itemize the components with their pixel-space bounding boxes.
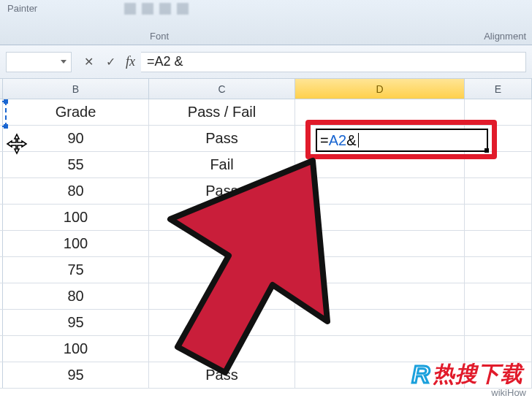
border-icon[interactable] xyxy=(177,3,189,15)
cell-D1[interactable] xyxy=(295,99,465,125)
cell-B11[interactable]: 95 xyxy=(3,362,149,388)
confirm-formula-button[interactable]: ✓ xyxy=(99,52,121,72)
cell-B2[interactable]: 90 xyxy=(3,126,149,151)
chevron-down-icon[interactable] xyxy=(61,60,66,64)
cell-B6[interactable]: 100 xyxy=(3,231,149,256)
underline-icon[interactable] xyxy=(159,3,171,15)
cell-C7[interactable] xyxy=(149,257,295,283)
cell-B9[interactable]: 95 xyxy=(3,310,149,335)
editing-cell-D2[interactable]: =A2 & xyxy=(316,129,488,152)
cell-C1[interactable]: Pass / Fail xyxy=(149,99,295,125)
watermark-wikihow: wikiHow xyxy=(491,387,526,398)
cell-C9[interactable]: Pas xyxy=(149,310,295,335)
ribbon: Painter Font Alignment xyxy=(0,0,532,45)
column-header-E[interactable]: E xyxy=(465,79,532,99)
cell-E1[interactable] xyxy=(465,99,532,125)
italic-icon[interactable] xyxy=(142,3,153,15)
fx-icon[interactable]: fx xyxy=(126,54,135,69)
fill-handle[interactable] xyxy=(484,148,489,153)
format-painter-label: Painter xyxy=(7,3,37,14)
cell-C4[interactable]: Pass xyxy=(149,178,295,204)
cell-B10[interactable]: 100 xyxy=(3,336,149,362)
cell-C3[interactable]: Fail xyxy=(149,152,295,177)
cell-C5[interactable] xyxy=(149,205,295,230)
cell-B1[interactable]: Grade xyxy=(3,99,149,125)
cell-C10[interactable]: Pass xyxy=(149,336,295,362)
ribbon-group-font-label: Font xyxy=(86,31,232,42)
cell-reference: A2 xyxy=(329,132,346,149)
cell-B5[interactable]: 100 xyxy=(3,205,149,230)
cell-B8[interactable]: 80 xyxy=(3,283,149,309)
cell-C2[interactable]: Pass xyxy=(149,126,295,151)
formula-input[interactable]: =A2 & xyxy=(141,52,526,72)
column-header-B[interactable]: B xyxy=(3,79,149,99)
cell-C8[interactable] xyxy=(149,283,295,309)
cell-B3[interactable]: 55 xyxy=(3,152,149,177)
column-header-D[interactable]: D xyxy=(295,79,465,99)
cancel-formula-button[interactable]: ✕ xyxy=(77,52,99,72)
cell-C6[interactable] xyxy=(149,231,295,256)
cell-B7[interactable]: 75 xyxy=(3,257,149,283)
column-headers: B C D E xyxy=(0,79,532,99)
name-box[interactable] xyxy=(6,52,72,72)
column-header-C[interactable]: C xyxy=(149,79,295,99)
cell-C11[interactable]: Pass xyxy=(149,362,295,388)
ribbon-group-alignment-label: Alignment xyxy=(484,31,526,42)
bold-icon[interactable] xyxy=(124,3,136,15)
formula-bar: ✕ ✓ fx =A2 & xyxy=(0,45,532,79)
ribbon-toolbar xyxy=(124,3,189,15)
row-header: Grade Pass / Fail xyxy=(0,99,532,126)
cell-B4[interactable]: 80 xyxy=(3,178,149,204)
spreadsheet-grid[interactable]: B C D E Grade Pass / Fail 90Pass 55Fail … xyxy=(0,79,532,401)
